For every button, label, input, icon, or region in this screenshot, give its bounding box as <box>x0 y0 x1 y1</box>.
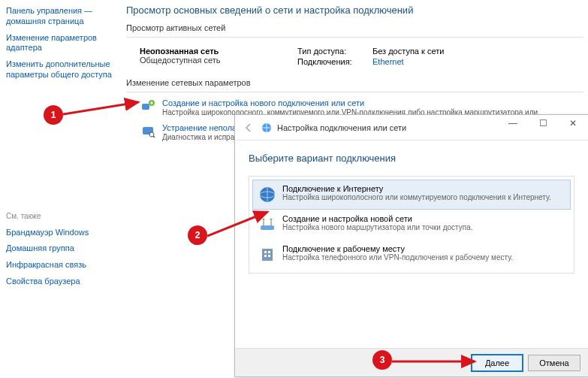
sidebar-advanced-sharing[interactable]: Изменить дополнительные параметры общего… <box>6 59 115 80</box>
option-new-network-desc: Настройка нового маршрутизатора или точк… <box>282 223 473 232</box>
connection-wizard-dialog: Настройка подключения или сети — ☐ ✕ Выб… <box>234 114 588 377</box>
see-also-homegroup[interactable]: Домашняя группа <box>6 243 115 254</box>
sidebar-adapter-settings[interactable]: Изменение параметров адаптера <box>6 33 115 54</box>
divider <box>126 37 583 38</box>
option-workplace-title: Подключение к рабочему месту <box>282 244 513 253</box>
svg-point-9 <box>270 219 273 221</box>
svg-rect-7 <box>261 225 274 230</box>
connections-label: Подключения: <box>297 57 372 66</box>
router-icon <box>257 214 278 235</box>
see-also-browser-props[interactable]: Свойства браузера <box>6 277 115 287</box>
see-also-label: См. также <box>6 212 115 220</box>
annotation-badge-3: 3 <box>372 350 392 370</box>
next-button[interactable]: Далее <box>471 354 523 372</box>
change-settings-label: Изменение сетевых параметров <box>126 78 583 87</box>
svg-rect-10 <box>262 249 273 261</box>
minimize-button[interactable]: — <box>498 115 528 132</box>
sidebar: Панель управления — домашняя страница Из… <box>6 6 115 293</box>
dialog-footer: Далее Отмена <box>235 348 588 376</box>
cancel-button[interactable]: Отмена <box>528 355 580 371</box>
back-button[interactable] <box>241 120 256 135</box>
setting-new-connection-title: Создание и настройка нового подключения … <box>162 98 538 107</box>
see-also-firewall[interactable]: Брандмауэр Windows <box>6 228 115 238</box>
access-label: Тип доступа: <box>297 47 372 56</box>
option-workplace-desc: Настройка телефонного или VPN-подключени… <box>282 253 513 262</box>
sidebar-home[interactable]: Панель управления — домашняя страница <box>6 6 115 27</box>
active-network-block: Неопознанная сеть Общедоступная сеть Тип… <box>126 42 583 75</box>
svg-rect-11 <box>264 251 267 253</box>
connections-value[interactable]: Ethernet <box>372 57 404 66</box>
svg-rect-14 <box>268 255 270 257</box>
svg-rect-0 <box>142 104 149 110</box>
access-value: Без доступа к сети <box>372 47 444 56</box>
network-icon <box>261 122 273 134</box>
svg-rect-13 <box>264 255 267 257</box>
connection-option-list: Подключение к Интернету Настройка широко… <box>249 176 574 274</box>
building-icon <box>257 244 278 265</box>
option-internet[interactable]: Подключение к Интернету Настройка широко… <box>252 180 571 210</box>
annotation-badge-1: 1 <box>44 105 63 125</box>
divider <box>126 92 583 92</box>
option-new-network-title: Создание и настройка новой сети <box>282 214 473 223</box>
svg-point-8 <box>263 219 265 221</box>
dialog-title: Настройка подключения или сети <box>277 123 406 132</box>
close-button[interactable]: ✕ <box>558 115 588 132</box>
option-workplace[interactable]: Подключение к рабочему месту Настройка т… <box>252 240 571 270</box>
dialog-titlebar: Настройка подключения или сети — ☐ ✕ <box>235 115 588 141</box>
network-name: Неопознанная сеть <box>140 47 297 56</box>
maximize-button[interactable]: ☐ <box>528 115 558 132</box>
svg-rect-12 <box>268 251 270 253</box>
annotation-badge-2: 2 <box>188 225 207 245</box>
option-internet-desc: Настройка широкополосного или коммутируе… <box>282 193 551 202</box>
dialog-heading: Выберите вариант подключения <box>249 153 574 164</box>
network-category: Общедоступная сеть <box>140 56 297 65</box>
option-new-network[interactable]: Создание и настройка новой сети Настройк… <box>252 210 571 240</box>
see-also-infrared[interactable]: Инфракрасная связь <box>6 260 115 271</box>
page-title: Просмотр основных сведений о сети и наст… <box>126 5 583 16</box>
active-networks-label: Просмотр активных сетей <box>126 23 583 32</box>
troubleshoot-icon <box>140 123 156 140</box>
network-plus-icon <box>140 98 156 115</box>
option-internet-title: Подключение к Интернету <box>282 184 551 193</box>
globe-icon <box>257 184 278 205</box>
